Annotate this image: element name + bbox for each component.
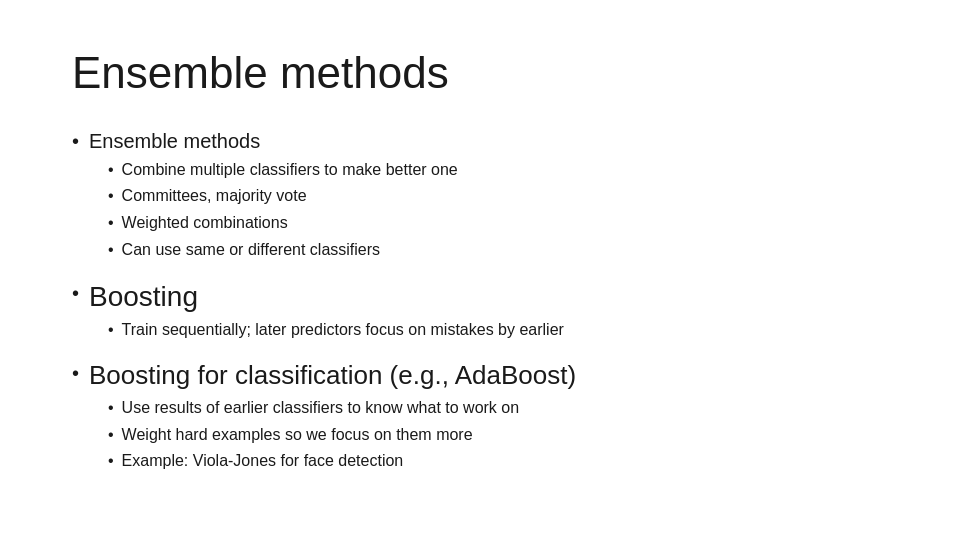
sub-dot-1: •	[108, 158, 114, 183]
classification-sub-1: Use results of earlier classifiers to kn…	[122, 396, 519, 421]
boosting-sub-1: Train sequentially; later predictors foc…	[122, 318, 564, 343]
section-boosting-classification: • Boosting for classification (e.g., Ada…	[72, 359, 888, 474]
section-boosting: • Boosting • Train sequentially; later p…	[72, 279, 888, 343]
ensemble-header-text: Ensemble methods	[89, 127, 260, 155]
slide-title: Ensemble methods	[72, 48, 888, 99]
slide: Ensemble methods • Ensemble methods • Co…	[0, 0, 960, 540]
ensemble-sub-4: Can use same or different classifiers	[122, 238, 380, 263]
list-item: • Example: Viola-Jones for face detectio…	[108, 449, 888, 474]
boosting-classification-header-text: Boosting for classification (e.g., AdaBo…	[89, 359, 576, 393]
list-item: • Use results of earlier classifiers to …	[108, 396, 888, 421]
bullet-dot-classification: •	[72, 359, 79, 387]
list-item: • Weight hard examples so we focus on th…	[108, 423, 888, 448]
sub-dot-class-2: •	[108, 423, 114, 448]
list-item: • Can use same or different classifiers	[108, 238, 888, 263]
ensemble-sub-2: Committees, majority vote	[122, 184, 307, 209]
classification-sub-3: Example: Viola-Jones for face detection	[122, 449, 404, 474]
list-item: • Combine multiple classifiers to make b…	[108, 158, 888, 183]
boosting-classification-header: • Boosting for classification (e.g., Ada…	[72, 359, 888, 393]
sub-dot-class-3: •	[108, 449, 114, 474]
list-item: • Weighted combinations	[108, 211, 888, 236]
boosting-header: • Boosting	[72, 279, 888, 315]
content-area: • Ensemble methods • Combine multiple cl…	[72, 127, 888, 475]
sub-dot-class-1: •	[108, 396, 114, 421]
bullet-dot-boosting: •	[72, 279, 79, 307]
sub-dot-2: •	[108, 184, 114, 209]
list-item: • Committees, majority vote	[108, 184, 888, 209]
classification-sub-bullets: • Use results of earlier classifiers to …	[108, 396, 888, 474]
ensemble-sub-bullets: • Combine multiple classifiers to make b…	[108, 158, 888, 263]
sub-dot-3: •	[108, 211, 114, 236]
sub-dot-boost-1: •	[108, 318, 114, 343]
ensemble-sub-1: Combine multiple classifiers to make bet…	[122, 158, 458, 183]
boosting-header-text: Boosting	[89, 279, 198, 315]
list-item: • Train sequentially; later predictors f…	[108, 318, 888, 343]
sub-dot-4: •	[108, 238, 114, 263]
section-ensemble: • Ensemble methods • Combine multiple cl…	[72, 127, 888, 263]
boosting-sub-bullets: • Train sequentially; later predictors f…	[108, 318, 888, 343]
ensemble-sub-3: Weighted combinations	[122, 211, 288, 236]
bullet-dot-ensemble: •	[72, 127, 79, 155]
classification-sub-2: Weight hard examples so we focus on them…	[122, 423, 473, 448]
ensemble-header: • Ensemble methods	[72, 127, 888, 155]
